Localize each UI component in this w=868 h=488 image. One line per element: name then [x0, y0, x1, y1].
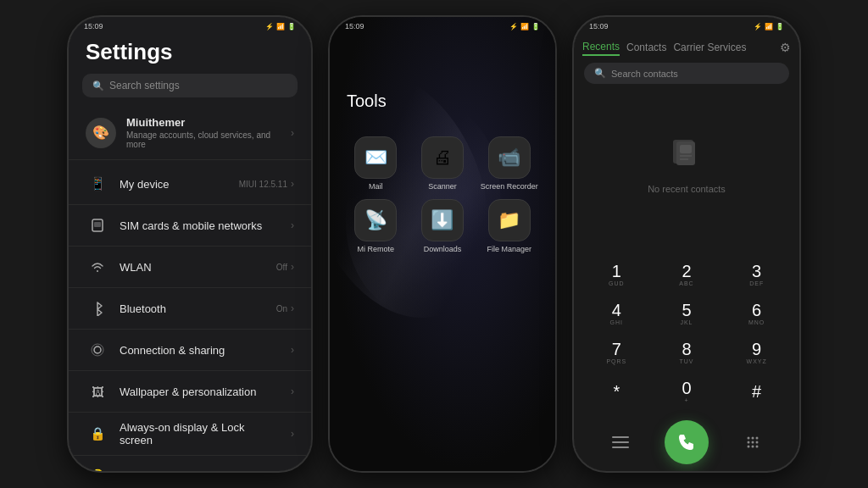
settings-item-wallpaper[interactable]: 🖼 Wallpaper & personalization ›	[69, 371, 311, 413]
settings-search-bar[interactable]: 🔍 Search settings	[82, 74, 298, 97]
tool-scanner[interactable]: 🖨 Scanner	[414, 136, 472, 191]
status-bar-2: 15:09 ⚡ 📶 🔋	[330, 17, 555, 32]
dialer-search-icon: 🔍	[594, 68, 606, 79]
downloads-label: Downloads	[424, 245, 462, 253]
no-contacts-text: No recent contacts	[648, 184, 726, 194]
status-icons-1: ⚡ 📶 🔋	[265, 23, 296, 30]
bluetooth-icon: ⚡	[265, 23, 274, 30]
wlan-content: WLAN	[120, 261, 266, 274]
svg-point-14	[756, 437, 759, 440]
device-chevron: ›	[291, 178, 294, 190]
tool-screen-recorder[interactable]: 📹 Screen Recorder	[480, 136, 538, 191]
display-icon: 💡	[86, 464, 109, 471]
svg-rect-1	[94, 222, 101, 227]
bluetooth-icon-setting	[86, 297, 109, 320]
settings-item-sim[interactable]: SIM cards & mobile networks ›	[69, 205, 311, 247]
mail-icon: ✉️	[354, 136, 397, 179]
sim-chevron: ›	[291, 219, 294, 231]
dial-key-8[interactable]: 8 TUV	[653, 334, 721, 371]
status-icons-2: ⚡ 📶 🔋	[509, 23, 540, 30]
tool-downloads[interactable]: ⬇️ Downloads	[414, 199, 472, 253]
wlan-chevron: ›	[291, 261, 294, 273]
signal-icon-3: 📶	[765, 23, 773, 30]
svg-point-2	[94, 347, 101, 353]
status-icons-3: ⚡ 📶 🔋	[754, 23, 784, 30]
dial-key-7[interactable]: 7 PQRS	[582, 334, 651, 371]
display-chevron: ›	[291, 470, 294, 471]
screen-recorder-label: Screen Recorder	[481, 182, 538, 191]
wallpaper-chevron: ›	[291, 385, 294, 397]
dial-key-hash[interactable]: #	[722, 373, 791, 410]
settings-item-connection[interactable]: Connection & sharing ›	[69, 330, 311, 371]
signal-icon-2: 📶	[520, 23, 529, 30]
wlan-icon	[86, 255, 109, 279]
mi-remote-label: Mi Remote	[358, 245, 395, 253]
file-manager-icon: 📁	[488, 199, 531, 241]
account-item[interactable]: 🎨 Miuithemer Manage accounts, cloud serv…	[69, 106, 311, 160]
dial-key-6[interactable]: 6 MNO	[722, 295, 791, 332]
settings-item-display[interactable]: 💡 Display ›	[69, 456, 311, 471]
search-placeholder: Search settings	[109, 80, 180, 92]
dial-key-4[interactable]: 4 GHI	[582, 295, 651, 332]
account-avatar: 🎨	[86, 118, 116, 148]
tab-contacts[interactable]: Contacts	[626, 40, 666, 55]
settings-item-lockscreen[interactable]: 🔒 Always-on display & Lock screen ›	[69, 413, 311, 456]
dial-key-star[interactable]: *	[582, 373, 651, 410]
dial-key-9[interactable]: 9 WXYZ	[722, 334, 791, 371]
svg-point-17	[756, 441, 759, 444]
settings-list: 📱 My device MIUI 12.5.11 ›	[69, 164, 311, 471]
settings-item-bluetooth[interactable]: Bluetooth On ›	[69, 288, 311, 330]
svg-point-20	[756, 446, 759, 448]
svg-rect-6	[680, 145, 692, 153]
call-button[interactable]	[665, 420, 709, 464]
display-content: Display	[120, 470, 281, 472]
search-icon: 🔍	[92, 80, 104, 92]
mail-label: Mail	[369, 182, 383, 191]
battery-icon: 🔋	[287, 23, 296, 30]
dial-pad: 1 GUD 2 ABC 3 DEF 4 GHI 5 JKL 6 MNO	[574, 252, 799, 413]
sim-icon	[86, 214, 109, 237]
wallpaper-content: Wallpaper & personalization	[120, 385, 281, 398]
svg-point-15	[748, 441, 750, 444]
dialpad-menu-icon[interactable]	[605, 427, 636, 458]
phone-tools: 15:09 ⚡ 📶 🔋 Tools ✉️ Mail 🖨 Scanner	[328, 15, 557, 473]
battery-icon-3: 🔋	[776, 23, 784, 30]
device-value: MIUI 12.5.11 ›	[239, 178, 294, 190]
dialpad-icon[interactable]	[737, 427, 768, 458]
settings-item-wlan[interactable]: WLAN Off ›	[69, 247, 311, 288]
tab-carrier[interactable]: Carrier Services	[673, 40, 746, 55]
tab-recents[interactable]: Recents	[582, 39, 620, 56]
dialer-actions	[574, 413, 799, 471]
dial-key-1[interactable]: 1 GUD	[582, 256, 651, 293]
device-content: My device	[120, 178, 229, 191]
connection-content: Connection & sharing	[120, 344, 281, 357]
dial-key-2[interactable]: 2 ABC	[653, 256, 721, 293]
sim-content: SIM cards & mobile networks	[120, 219, 281, 232]
settings-item-mydevice[interactable]: 📱 My device MIUI 12.5.11 ›	[69, 164, 311, 205]
dialer-gear-icon[interactable]: ⚙	[780, 41, 791, 54]
tool-mail[interactable]: ✉️ Mail	[347, 136, 405, 191]
account-chevron: ›	[291, 127, 294, 139]
settings-title: Settings	[69, 32, 311, 74]
device-title: My device	[120, 178, 229, 191]
scanner-label: Scanner	[428, 182, 457, 191]
tool-file-manager[interactable]: 📁 File Manager	[480, 199, 538, 253]
dialer-search-bar[interactable]: 🔍 Search contacts	[584, 63, 789, 84]
tool-mi-remote[interactable]: 📡 Mi Remote	[347, 199, 405, 253]
sim-title: SIM cards & mobile networks	[120, 219, 281, 232]
dial-key-0[interactable]: 0 +	[653, 373, 721, 410]
dial-key-3[interactable]: 3 DEF	[722, 256, 791, 293]
dial-key-5[interactable]: 5 JKL	[653, 295, 721, 332]
status-bar-3: 15:09 ⚡ 📶 🔋	[574, 17, 799, 32]
bluetooth-title: Bluetooth	[120, 302, 266, 315]
status-bar-1: 15:09 ⚡ 📶 🔋	[69, 17, 311, 32]
connection-icon	[86, 338, 109, 362]
svg-point-3	[92, 344, 103, 356]
account-content: Miuithemer Manage accounts, cloud servic…	[126, 116, 281, 149]
display-title: Display	[120, 470, 281, 472]
svg-rect-9	[612, 436, 629, 438]
connection-title: Connection & sharing	[120, 344, 281, 357]
bluetooth-content: Bluetooth	[120, 302, 266, 315]
lock-content: Always-on display & Lock screen	[120, 421, 281, 446]
downloads-icon: ⬇️	[421, 199, 464, 241]
